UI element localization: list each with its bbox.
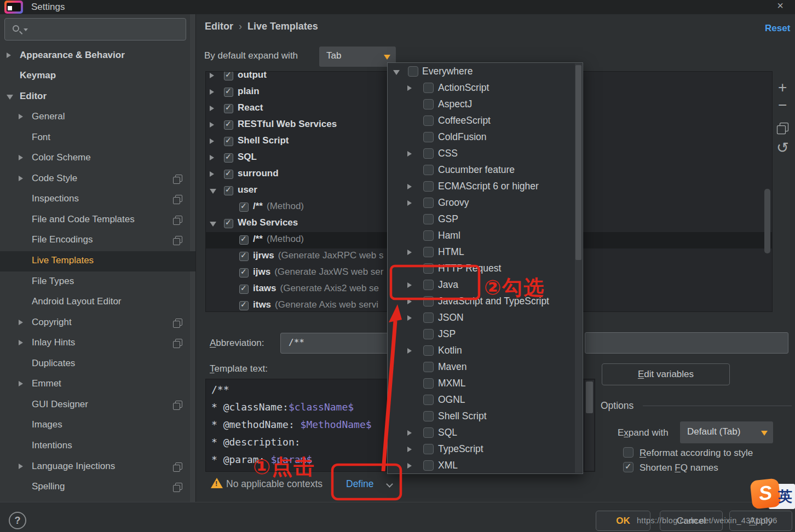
sidebar-item-file-encodings[interactable]: File Encodings — [0, 230, 195, 251]
context-item-cucumber-feature[interactable]: Cucumber feature — [388, 163, 583, 179]
context-item-shell-script[interactable]: Shell Script — [388, 409, 583, 425]
sidebar-item-spelling[interactable]: Spelling — [0, 477, 195, 498]
code-line[interactable]: * @className:$className$ — [211, 399, 354, 417]
chevron-right-icon[interactable] — [210, 73, 217, 78]
sidebar-item-code-style[interactable]: Code Style — [0, 169, 195, 189]
context-item-maven[interactable]: Maven — [388, 360, 583, 376]
context-checkbox[interactable] — [423, 165, 434, 175]
chevron-right-icon[interactable] — [407, 200, 414, 206]
chevron-right-icon[interactable] — [407, 282, 414, 288]
template-checkbox[interactable] — [239, 285, 249, 294]
template-checkbox[interactable] — [224, 170, 233, 179]
context-checkbox[interactable] — [423, 378, 434, 389]
search-input[interactable] — [4, 18, 186, 41]
context-item-gsp[interactable]: GSP — [388, 212, 583, 228]
sidebar-item-editor[interactable]: Editor — [0, 87, 195, 107]
chevron-right-icon[interactable] — [407, 447, 414, 452]
chevron-right-icon[interactable] — [210, 171, 217, 177]
template-checkbox[interactable] — [239, 203, 249, 212]
sidebar-item-appearance-behavior[interactable]: Appearance & Behavior — [0, 46, 195, 66]
define-contexts-link[interactable]: Define — [346, 478, 374, 490]
expand-with-dropdown[interactable]: Default (Tab) — [680, 421, 773, 443]
context-item-coldfusion[interactable]: ColdFusion — [388, 130, 583, 146]
popup-scrollbar-thumb[interactable] — [575, 65, 581, 260]
context-checkbox[interactable] — [423, 115, 434, 126]
chevron-right-icon[interactable] — [407, 250, 414, 255]
context-checkbox[interactable] — [423, 148, 434, 159]
template-checkbox[interactable] — [239, 268, 249, 277]
context-checkbox[interactable] — [423, 395, 434, 405]
context-checkbox[interactable] — [423, 345, 434, 356]
add-template-icon[interactable]: + — [778, 79, 787, 96]
context-checkbox[interactable] — [423, 230, 434, 241]
help-button[interactable]: ? — [9, 512, 26, 529]
search-options-caret-icon[interactable] — [24, 28, 28, 33]
code-line[interactable]: * @methodName: $MethodName$ — [211, 417, 372, 434]
context-checkbox[interactable] — [423, 362, 434, 372]
reformat-checkbox[interactable] — [623, 447, 633, 458]
sidebar-item-android-layout-editor[interactable]: Android Layout Editor — [0, 292, 195, 313]
context-checkbox[interactable] — [423, 444, 434, 454]
chevron-right-icon[interactable] — [210, 106, 217, 111]
context-item-typescript[interactable]: TypeScript — [388, 442, 583, 458]
sidebar-item-emmet[interactable]: Emmet — [0, 374, 195, 395]
sidebar-item-copyright[interactable]: Copyright — [0, 313, 195, 333]
sidebar-item-inspections[interactable]: Inspections — [0, 189, 195, 210]
context-item-kotlin[interactable]: Kotlin — [388, 343, 583, 360]
chevron-right-icon[interactable] — [407, 348, 414, 354]
context-item-mxml[interactable]: MXML — [388, 376, 583, 392]
duplicate-template-icon[interactable] — [778, 124, 789, 135]
template-checkbox[interactable] — [224, 72, 233, 80]
context-checkbox[interactable] — [423, 247, 434, 257]
chevron-right-icon[interactable] — [407, 430, 414, 436]
sidebar-item-images[interactable]: Images — [0, 415, 195, 436]
chevron-right-icon[interactable] — [19, 114, 26, 119]
chevron-right-icon[interactable] — [407, 463, 414, 469]
chevron-right-icon[interactable] — [19, 176, 26, 181]
code-line[interactable]: /** — [211, 381, 229, 399]
context-checkbox[interactable] — [423, 427, 434, 438]
chevron-right-icon[interactable] — [407, 299, 414, 304]
context-item-ognl[interactable]: OGNL — [388, 392, 583, 409]
context-checkbox[interactable] — [408, 66, 418, 77]
context-item-sql[interactable]: SQL — [388, 425, 583, 442]
code-line[interactable]: * @description: — [211, 434, 301, 452]
sidebar-item-duplicates[interactable]: Duplicates — [0, 354, 195, 374]
sidebar-item-keymap[interactable]: Keymap — [0, 66, 195, 86]
chevron-right-icon[interactable] — [19, 155, 26, 160]
template-checkbox[interactable] — [224, 186, 233, 195]
context-item-xml[interactable]: XML — [388, 458, 583, 473]
chevron-right-icon[interactable] — [407, 315, 414, 321]
shorten-fq-checkbox[interactable] — [623, 462, 633, 472]
sidebar-item-font[interactable]: Font — [0, 128, 195, 148]
remove-template-icon[interactable]: − — [778, 96, 787, 114]
template-list-scrollbar[interactable] — [764, 189, 770, 253]
template-checkbox[interactable] — [224, 104, 233, 113]
chevron-right-icon[interactable] — [210, 89, 217, 95]
sidebar-item-color-scheme[interactable]: Color Scheme — [0, 148, 195, 169]
restore-defaults-icon[interactable]: ↺ — [776, 139, 789, 157]
template-checkbox[interactable] — [239, 301, 249, 310]
context-checkbox[interactable] — [423, 181, 434, 192]
template-checkbox[interactable] — [224, 153, 233, 163]
chevron-right-icon[interactable] — [407, 184, 414, 189]
chevron-right-icon[interactable] — [210, 138, 217, 144]
context-checkbox[interactable] — [423, 132, 434, 142]
context-item-ecmascript-6-or-higher[interactable]: ECMAScript 6 or higher — [388, 179, 583, 195]
sidebar-item-language-injections[interactable]: Language Injections — [0, 457, 195, 477]
chevron-right-icon[interactable] — [19, 340, 26, 345]
context-item-actionscript[interactable]: ActionScript — [388, 80, 583, 97]
sidebar-item-general[interactable]: General — [0, 107, 195, 128]
chevron-right-icon[interactable] — [210, 122, 217, 128]
chevron-right-icon[interactable] — [407, 85, 414, 91]
chevron-down-icon[interactable] — [210, 189, 216, 197]
template-checkbox[interactable] — [224, 120, 233, 130]
template-checkbox[interactable] — [224, 137, 233, 146]
editor-scrollbar-thumb[interactable] — [586, 381, 593, 413]
sidebar-item-inlay-hints[interactable]: Inlay Hints — [0, 333, 195, 354]
default-expand-dropdown[interactable]: Tab — [319, 47, 396, 67]
breadcrumb-editor[interactable]: Editor — [205, 21, 233, 32]
context-item-css[interactable]: CSS — [388, 146, 583, 163]
template-checkbox[interactable] — [239, 252, 249, 261]
sidebar-item-live-templates[interactable]: Live Templates — [0, 251, 195, 271]
